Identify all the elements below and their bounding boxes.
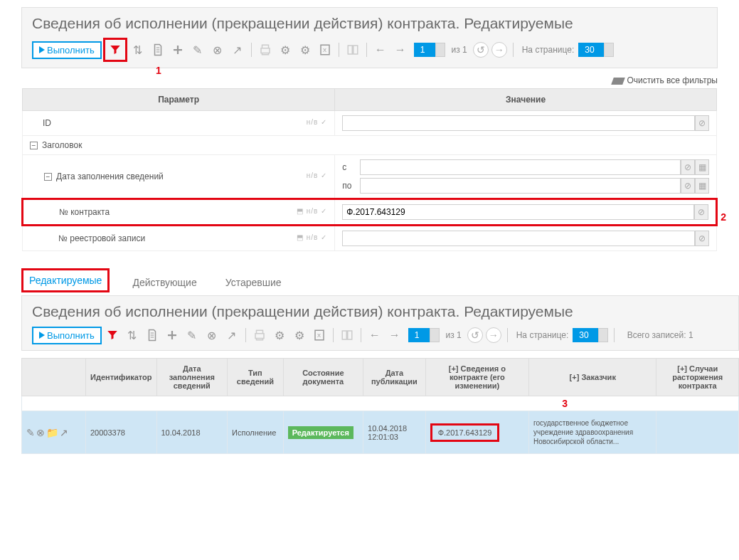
tab-obsolete[interactable]: Устаревшие — [220, 273, 287, 292]
export-icon[interactable]: ↗ — [223, 326, 241, 344]
col-id[interactable]: Идентификатор — [86, 359, 157, 396]
clear-filters-link[interactable]: Очистить все фильтры — [0, 75, 718, 85]
clear-icon[interactable]: ⊘ — [695, 231, 709, 246]
col-value: Значение — [335, 89, 717, 111]
book-icon[interactable] — [344, 41, 362, 59]
calendar-icon[interactable]: ▦ — [695, 178, 709, 194]
col-termination[interactable]: [+] Случаи расторжения контракта — [656, 359, 739, 396]
page-title-lower: Сведения об исполнении (прекращении дейс… — [32, 303, 728, 320]
page-prev-button[interactable]: ↺ — [467, 327, 483, 343]
clear-icon[interactable]: ⊘ — [695, 115, 709, 131]
edit-icon[interactable]: ✎ — [188, 41, 207, 59]
annotation-1: 1 — [156, 65, 161, 76]
col-state[interactable]: Состояние документа — [283, 359, 363, 396]
filter-date-from-input[interactable] — [360, 159, 681, 175]
delete-icon[interactable]: ⊗ — [203, 326, 221, 344]
folder-icon[interactable]: 📁 — [46, 427, 58, 438]
perpage-dropdown-icon[interactable] — [598, 328, 608, 342]
toolbar-bottom: Выполнить ⇅ ✎ ⊗ ↗ ⚙ ⚙ X ← → 1 из 1 ↺ → Н… — [32, 326, 728, 344]
eraser-icon — [612, 78, 626, 85]
filter-registry-label: № реестровой записи⬒ н/в ✓ — [23, 226, 335, 251]
cell-pub-date: 10.04.2018 12:01:03 — [363, 411, 426, 454]
cell-date-fill: 10.04.2018 — [156, 411, 228, 454]
excel-icon[interactable]: X — [316, 41, 334, 59]
filter-date-label: −Дата заполнения сведенийн/в ✓ — [23, 155, 335, 199]
delete-icon[interactable]: ⊗ — [36, 427, 45, 438]
perpage-label: На странице: — [522, 45, 575, 55]
cell-termination — [656, 411, 739, 454]
delete-icon[interactable]: ⊗ — [208, 41, 227, 59]
collapse-icon[interactable]: − — [44, 173, 52, 181]
perpage-value[interactable]: 30 — [578, 43, 605, 57]
page-next-button[interactable]: → — [491, 42, 507, 58]
col-contract-info[interactable]: [+] Сведения о контракте (его изменении) — [425, 359, 528, 396]
tab-active[interactable]: Действующие — [127, 273, 202, 292]
filter-id-input[interactable] — [342, 115, 695, 131]
tab-editable[interactable]: Редактируемые — [21, 268, 110, 292]
book-icon[interactable] — [338, 326, 356, 344]
add-icon[interactable] — [163, 326, 181, 344]
perpage-value[interactable]: 30 — [573, 328, 599, 342]
perpage-dropdown-icon[interactable] — [604, 43, 614, 57]
clear-icon[interactable]: ⊘ — [681, 159, 695, 175]
page-title: Сведения об исполнении (прекращении дейс… — [32, 15, 707, 32]
filter-header-group[interactable]: −Заголовок — [23, 136, 717, 155]
cell-contract: Ф.2017.643129 — [430, 423, 500, 442]
filter-icon[interactable] — [103, 326, 122, 344]
pager-top: 1 из 1 ↺ → — [414, 42, 507, 58]
page-current[interactable]: 1 — [414, 43, 436, 57]
undo-icon[interactable]: ← — [366, 326, 384, 344]
gear-icon[interactable]: ⚙ — [276, 41, 294, 59]
document-icon[interactable] — [143, 326, 161, 344]
undo-icon[interactable]: ← — [371, 41, 390, 59]
add-icon[interactable] — [169, 41, 187, 59]
calendar-icon[interactable]: ▦ — [695, 159, 709, 175]
filter-highlight — [103, 38, 127, 62]
redo-icon[interactable]: → — [391, 41, 410, 59]
filter-date-to-input[interactable] — [360, 178, 681, 194]
run-button[interactable]: Выполнить — [32, 327, 102, 344]
col-type[interactable]: Тип сведений — [228, 359, 284, 396]
filter-table: Параметр Значение IDн/в ✓ ⊘ −Заголовок −… — [21, 88, 718, 251]
edit-icon[interactable]: ✎ — [183, 326, 201, 344]
perpage-label: На странице: — [516, 330, 569, 340]
page-prev-button[interactable]: ↺ — [473, 42, 489, 58]
col-date-fill[interactable]: Дата заполнения сведений — [156, 359, 228, 396]
filter-contract-input[interactable] — [342, 204, 694, 220]
edit-icon[interactable]: ✎ — [26, 427, 35, 438]
page-dropdown-icon[interactable] — [430, 328, 440, 342]
sort-icon[interactable]: ⇅ — [123, 326, 142, 344]
col-pub-date[interactable]: Дата публикации — [363, 359, 426, 396]
collapse-icon[interactable]: − — [30, 142, 38, 149]
print-icon[interactable] — [256, 41, 275, 59]
redo-icon[interactable]: → — [386, 326, 404, 344]
page-current[interactable]: 1 — [408, 328, 430, 342]
col-customer[interactable]: [+] Заказчик — [529, 359, 656, 396]
clear-icon[interactable]: ⊘ — [681, 178, 695, 194]
filter-id-label: IDн/в ✓ — [23, 111, 335, 136]
excel-icon[interactable]: X — [310, 326, 329, 344]
document-icon[interactable] — [149, 41, 167, 59]
table-row[interactable]: ✎ ⊗ 📁 ↗ 20003378 10.04.2018 Исполнение Р… — [22, 411, 739, 454]
export-icon[interactable]: ↗ — [60, 427, 68, 438]
filter-icon[interactable] — [106, 41, 124, 59]
lower-panel: Сведения об исполнении (прекращении дейс… — [21, 295, 739, 351]
annotation-2: 2 — [721, 211, 726, 223]
run-button[interactable]: Выполнить — [32, 41, 102, 59]
sort-icon[interactable]: ⇅ — [129, 41, 147, 59]
clear-icon[interactable]: ⊘ — [694, 204, 708, 220]
svg-text:X: X — [323, 47, 326, 53]
total-records: Всего записей: 1 — [627, 330, 693, 340]
play-icon — [39, 46, 45, 53]
page-dropdown-icon[interactable] — [435, 43, 445, 57]
gears-icon[interactable]: ⚙ — [290, 326, 309, 344]
print-icon[interactable] — [250, 326, 269, 344]
gear-icon[interactable]: ⚙ — [270, 326, 289, 344]
page-next-button[interactable]: → — [486, 327, 501, 343]
cell-customer: государственное бюджетное учреждение здр… — [529, 411, 656, 454]
col-parameter: Параметр — [23, 89, 335, 111]
cell-id: 20003378 — [86, 411, 157, 454]
gears-icon[interactable]: ⚙ — [296, 41, 314, 59]
filter-registry-input[interactable] — [342, 231, 695, 246]
export-icon[interactable]: ↗ — [228, 41, 247, 59]
